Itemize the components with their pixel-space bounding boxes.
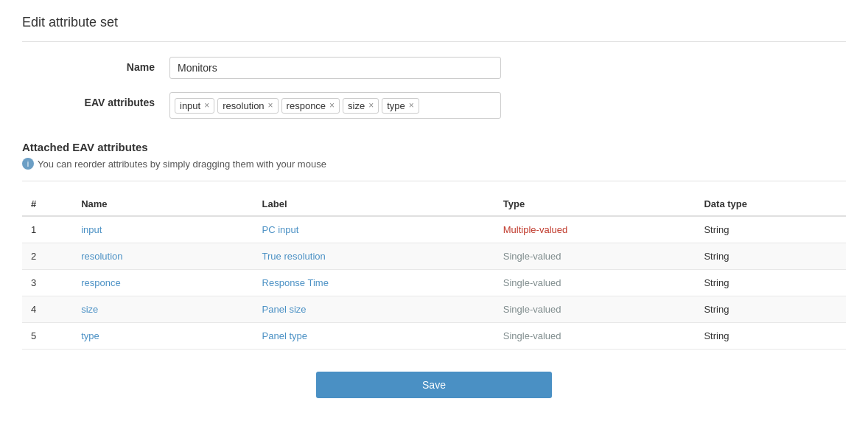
- eav-tags-input[interactable]: input × resolution × responce × size × t…: [169, 92, 501, 119]
- name-input-wrapper: [169, 57, 501, 79]
- cell-label: Panel size: [253, 296, 494, 323]
- attached-section: Attached EAV attributes i You can reorde…: [22, 141, 846, 350]
- edit-form: Name EAV attributes input × resolution ×…: [22, 57, 846, 119]
- cell-name: resolution: [72, 243, 253, 270]
- table-row: 3 responce Response Time Single-valued S…: [22, 270, 846, 296]
- label-link[interactable]: True resolution: [262, 251, 326, 262]
- cell-type: Single-valued: [494, 323, 696, 350]
- cell-datatype: String: [695, 323, 846, 350]
- col-header-datatype: Data type: [695, 192, 846, 216]
- tag-responce-remove[interactable]: ×: [329, 101, 335, 110]
- table-body: 1 input PC input Multiple-valued String …: [22, 216, 846, 350]
- cell-label: Panel type: [253, 323, 494, 350]
- cell-datatype: String: [695, 296, 846, 323]
- table-head: # Name Label Type Data type: [22, 192, 846, 216]
- cell-num: 3: [22, 270, 72, 296]
- cell-num: 1: [22, 216, 72, 243]
- cell-type: Single-valued: [494, 270, 696, 296]
- eav-tags-wrapper: input × resolution × responce × size × t…: [169, 92, 501, 119]
- name-input[interactable]: [169, 57, 501, 79]
- table-row: 2 resolution True resolution Single-valu…: [22, 243, 846, 270]
- label-link[interactable]: Response Time: [262, 277, 329, 288]
- tag-input-remove[interactable]: ×: [204, 101, 209, 110]
- table-row: 5 type Panel type Single-valued String: [22, 323, 846, 350]
- info-message: You can reorder attributes by simply dra…: [38, 159, 326, 170]
- col-header-type: Type: [494, 192, 696, 216]
- name-row: Name: [22, 57, 846, 79]
- attached-heading: Attached EAV attributes: [22, 141, 846, 153]
- page-title: Edit attribute set: [22, 15, 846, 42]
- label-link[interactable]: Panel size: [262, 304, 307, 315]
- tag-resolution: resolution ×: [217, 98, 278, 114]
- name-link[interactable]: resolution: [81, 251, 122, 262]
- cell-name: type: [72, 323, 253, 350]
- save-button[interactable]: Save: [316, 372, 552, 398]
- tag-size-remove[interactable]: ×: [368, 101, 374, 110]
- cell-name: size: [72, 296, 253, 323]
- tag-type: type ×: [382, 98, 419, 114]
- cell-type: Single-valued: [494, 243, 696, 270]
- cell-label: True resolution: [253, 243, 494, 270]
- table-row: 1 input PC input Multiple-valued String: [22, 216, 846, 243]
- cell-type: Single-valued: [494, 296, 696, 323]
- tag-type-remove[interactable]: ×: [409, 101, 414, 110]
- cell-num: 2: [22, 243, 72, 270]
- info-icon: i: [22, 158, 34, 170]
- cell-num: 5: [22, 323, 72, 350]
- name-link[interactable]: responce: [81, 277, 120, 288]
- cell-datatype: String: [695, 216, 846, 243]
- cell-name: responce: [72, 270, 253, 296]
- name-link[interactable]: input: [81, 224, 102, 235]
- tag-resolution-remove[interactable]: ×: [268, 101, 273, 110]
- cell-type: Multiple-valued: [494, 216, 696, 243]
- label-link[interactable]: PC input: [262, 224, 299, 235]
- save-button-wrapper: Save: [22, 372, 846, 398]
- cell-datatype: String: [695, 270, 846, 296]
- tag-size: size ×: [343, 98, 379, 114]
- table-row: 4 size Panel size Single-valued String: [22, 296, 846, 323]
- cell-label: PC input: [253, 216, 494, 243]
- table-header-row: # Name Label Type Data type: [22, 192, 846, 216]
- label-link[interactable]: Panel type: [262, 330, 307, 341]
- tag-input: input ×: [175, 98, 214, 114]
- section-divider: [22, 181, 846, 181]
- cell-datatype: String: [695, 243, 846, 270]
- tag-responce: responce ×: [281, 98, 340, 114]
- eav-row: EAV attributes input × resolution × resp…: [22, 92, 846, 119]
- col-header-num: #: [22, 192, 72, 216]
- attributes-table: # Name Label Type Data type 1 input PC i…: [22, 192, 846, 350]
- eav-label: EAV attributes: [52, 92, 169, 108]
- cell-num: 4: [22, 296, 72, 323]
- cell-label: Response Time: [253, 270, 494, 296]
- info-row: i You can reorder attributes by simply d…: [22, 158, 846, 170]
- name-link[interactable]: type: [81, 330, 99, 341]
- name-link[interactable]: size: [81, 304, 98, 315]
- col-header-name: Name: [72, 192, 253, 216]
- col-header-label: Label: [253, 192, 494, 216]
- name-label: Name: [52, 57, 169, 73]
- cell-name: input: [72, 216, 253, 243]
